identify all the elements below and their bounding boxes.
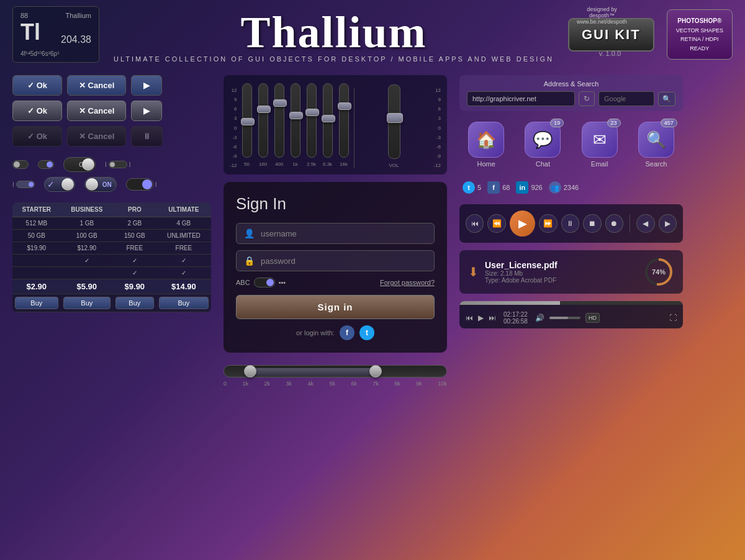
knob-16k[interactable]	[338, 102, 351, 110]
knob-1k[interactable]	[289, 112, 303, 119]
toggle-bar-2[interactable]	[16, 181, 35, 188]
twitter-counter: t 5	[463, 181, 481, 194]
toggle-line2-sep: I	[12, 181, 14, 188]
video-forward-button[interactable]: ⏭	[489, 314, 496, 322]
eq-label-400: 400	[275, 161, 283, 167]
toggle-row-1: OFF I I	[12, 157, 211, 172]
ok-button-1[interactable]: ✓ Ok	[12, 75, 62, 96]
chat-icon-bubble[interactable]: 💬 19	[525, 122, 561, 158]
twitter-login-button[interactable]: t	[359, 325, 374, 340]
toggle-dot-1[interactable]	[12, 160, 29, 169]
chat-icon-item[interactable]: 💬 19 Chat	[525, 122, 561, 168]
toggle-check[interactable]: ✓	[44, 177, 75, 192]
buy-pro-button[interactable]: Buy	[115, 297, 154, 309]
email-icon-bubble[interactable]: ✉ 23	[582, 122, 618, 158]
home-icon-item[interactable]: 🏠 Home	[468, 122, 504, 168]
play-button-1[interactable]: ▶	[131, 75, 162, 96]
abc-toggle-switch[interactable]	[254, 278, 275, 287]
check1-business: ✓	[61, 255, 113, 267]
knob-160[interactable]	[257, 106, 271, 113]
ok-button-3[interactable]: ✓ Ok	[12, 126, 62, 147]
range-knob-left[interactable]	[244, 365, 256, 377]
toggle-dot-2[interactable]	[38, 160, 54, 169]
eq-scale-left: 12 9 6 3 0 -3 -6 -9 -12	[230, 88, 237, 168]
group-count: 2346	[564, 184, 579, 191]
email-icon-item[interactable]: ✉ 23 Email	[582, 122, 618, 168]
abc-knob	[266, 279, 274, 286]
plan-starter: STARTER	[12, 202, 61, 217]
url-input[interactable]	[467, 91, 575, 106]
toggle-line-1[interactable]: I I	[105, 161, 131, 168]
video-progress-fill	[459, 301, 560, 305]
facebook-login-button[interactable]: f	[340, 325, 354, 340]
buy-starter-button[interactable]: Buy	[15, 297, 58, 309]
media-vol-up-button[interactable]: ▶	[659, 214, 677, 233]
slider-16k[interactable]	[339, 83, 349, 158]
toggle-on[interactable]: ON	[84, 177, 117, 192]
media-dot-button[interactable]: ⏺	[605, 214, 623, 233]
range-slider-section: 0 1k 2k 3k 4k 5k 6k 7k 8k 9k 10k	[224, 360, 447, 392]
video-progress-bar[interactable]	[459, 301, 683, 305]
buy-business-button[interactable]: Buy	[63, 297, 111, 309]
toggle-bar-1[interactable]	[109, 161, 127, 168]
toggle-line-3[interactable]: I	[126, 178, 157, 191]
slider-vol[interactable]	[388, 84, 400, 159]
media-pause-button[interactable]: ⏸	[561, 214, 579, 233]
range-fill	[246, 368, 380, 376]
knob-400[interactable]	[273, 99, 287, 107]
range-track[interactable]	[224, 365, 447, 377]
media-play-button[interactable]: ▶	[510, 210, 535, 237]
abc-toggle: ABC •••	[236, 278, 286, 287]
fullscreen-button[interactable]: ⛶	[669, 314, 677, 322]
knob-2k5[interactable]	[305, 109, 319, 116]
toggle-pill[interactable]	[126, 178, 153, 191]
toggle-small-1[interactable]	[12, 160, 29, 169]
designer-info: designed by despoth™ www.be.net/despoth	[577, 6, 627, 25]
media-rewind-button[interactable]: ⏮	[466, 214, 484, 233]
pause-button-3[interactable]: ⏸	[131, 126, 163, 147]
home-icon-bubble[interactable]: 🏠	[468, 122, 504, 158]
toggle-line-sep: I	[105, 161, 107, 168]
video-rewind-button[interactable]: ⏮	[466, 314, 473, 322]
toggle-off[interactable]: OFF	[63, 157, 96, 172]
password-input[interactable]	[261, 256, 427, 266]
cancel-button-1[interactable]: ✕ Cancel	[67, 75, 126, 96]
search-input[interactable]	[598, 91, 654, 106]
media-next-button[interactable]: ⏩	[539, 214, 557, 233]
search-icon-bubble[interactable]: 🔍 457	[638, 122, 674, 158]
buy-starter-cell: Buy	[12, 294, 61, 312]
buy-ultimate-button[interactable]: Buy	[159, 297, 209, 309]
play-button-2[interactable]: ▶	[131, 101, 162, 121]
search-go-button[interactable]: 🔍	[658, 92, 675, 106]
knob-vol[interactable]	[387, 113, 403, 123]
slider-2k5[interactable]	[307, 83, 317, 158]
sign-in-button[interactable]: Sign in	[236, 295, 435, 319]
ok-button-2[interactable]: ✓ Ok	[12, 101, 62, 121]
file-info: User_License.pdf Size: 2.18 Mb Type: Ado…	[485, 260, 637, 284]
range-knob-right[interactable]	[369, 365, 382, 377]
toggle-line-2[interactable]: I	[12, 181, 35, 188]
cancel-button-3[interactable]: ✕ Cancel	[67, 126, 126, 147]
forgot-password-link[interactable]: Forgot password?	[380, 279, 435, 286]
media-vol-down-button[interactable]: ◀	[636, 214, 654, 233]
cancel-button-2[interactable]: ✕ Cancel	[67, 101, 126, 121]
video-play-button[interactable]: ▶	[478, 314, 484, 322]
video-volume-button[interactable]: 🔊	[535, 314, 544, 322]
toggle-small-2[interactable]	[38, 160, 54, 169]
knob-50[interactable]	[241, 118, 255, 125]
slider-1k[interactable]	[291, 83, 300, 158]
media-stop-button[interactable]: ⏹	[583, 214, 601, 233]
media-prev-button[interactable]: ⏪	[487, 214, 505, 233]
slider-50[interactable]	[242, 83, 252, 158]
file-name: User_License.pdf	[485, 260, 637, 270]
username-input[interactable]	[261, 229, 427, 238]
volume-bar[interactable]	[549, 317, 580, 319]
slider-400[interactable]	[274, 83, 284, 158]
buttons-section: ✓ Ok ✕ Cancel ▶ ✓ Ok ✕ Cancel ▶ ✓ Ok ✕ C…	[12, 75, 211, 147]
search-icon-item[interactable]: 🔍 457 Search	[638, 122, 674, 168]
knob-6k3[interactable]	[322, 115, 335, 122]
slider-6k3[interactable]	[323, 83, 333, 158]
slider-160[interactable]	[258, 83, 268, 158]
search-icon: 🔍	[646, 130, 666, 150]
refresh-button[interactable]: ↻	[579, 91, 595, 106]
